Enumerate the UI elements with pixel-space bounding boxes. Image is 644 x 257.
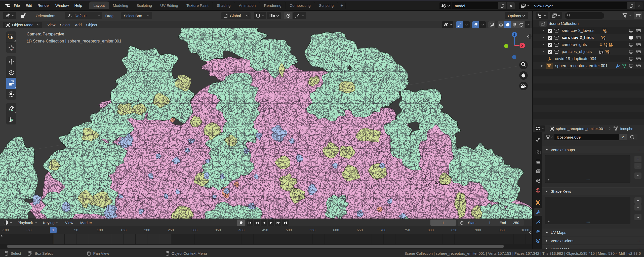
svg-text:2: 2: [606, 45, 607, 47]
svg-text:Camera Perspective: Camera Perspective: [27, 32, 64, 36]
svg-text:3: 3: [602, 52, 603, 54]
svg-text:2: 2: [604, 37, 605, 40]
svg-text:X: X: [521, 44, 523, 48]
svg-text:8: 8: [608, 52, 609, 54]
svg-text:(1) Scene Collection | sphere_: (1) Scene Collection | sphere_receptors_…: [27, 39, 122, 44]
svg-text:2: 2: [605, 30, 607, 33]
svg-text:Z: Z: [513, 33, 515, 36]
